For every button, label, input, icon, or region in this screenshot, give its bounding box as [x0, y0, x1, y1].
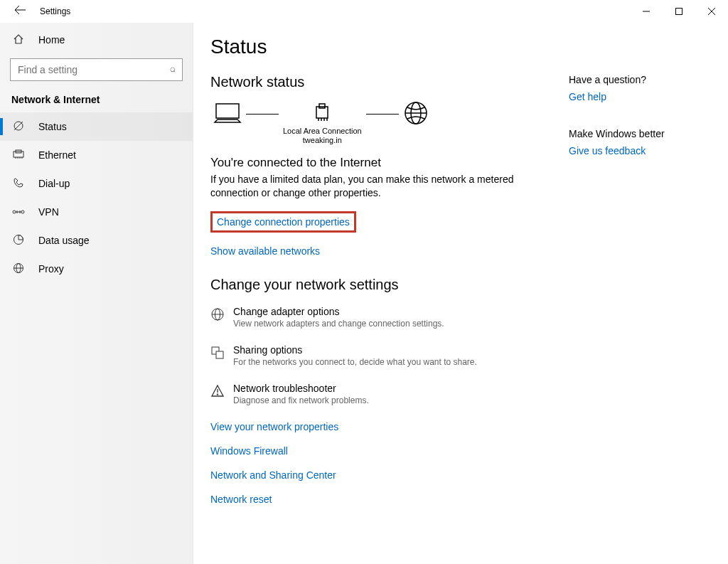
svg-point-37 — [217, 394, 218, 395]
setting-sharing-options[interactable]: Sharing options For the networks you con… — [210, 344, 552, 367]
pc-icon — [213, 101, 242, 125]
show-available-networks-link[interactable]: Show available networks — [210, 245, 552, 257]
setting-title: Change adapter options — [233, 306, 444, 317]
connected-description: If you have a limited data plan, you can… — [210, 173, 552, 200]
nav-proxy[interactable]: Proxy — [0, 255, 193, 283]
adapter-options-icon — [210, 306, 226, 329]
adapter-icon — [283, 101, 362, 125]
window-title: Settings — [34, 6, 70, 16]
svg-rect-6 — [14, 151, 23, 157]
nav-dialup[interactable]: Dial-up — [0, 169, 193, 198]
view-properties-link[interactable]: View your network properties — [210, 421, 552, 432]
setting-adapter-options[interactable]: Change adapter options View network adap… — [210, 306, 552, 329]
nav-ethernet[interactable]: Ethernet — [0, 141, 193, 169]
setting-sub: View network adapters and change connect… — [233, 319, 444, 329]
dialup-icon — [11, 177, 26, 191]
search-icon: ⌕ — [170, 63, 176, 74]
setting-sub: For the networks you connect to, decide … — [233, 357, 477, 367]
nav-label: Proxy — [38, 263, 64, 275]
vpn-icon — [11, 206, 26, 218]
change-settings-heading: Change your network settings — [210, 277, 552, 293]
sharing-icon — [210, 344, 226, 367]
home-label: Home — [38, 34, 65, 46]
change-connection-properties-link[interactable]: Change connection properties — [217, 216, 350, 228]
nav-label: Data usage — [38, 235, 90, 246]
minimize-button[interactable] — [630, 0, 663, 23]
get-help-link[interactable]: Get help — [569, 91, 711, 102]
network-reset-link[interactable]: Network reset — [210, 494, 552, 505]
network-diagram: Local Area Connection tweaking.in — [210, 100, 552, 146]
home-icon — [11, 33, 26, 47]
search-input[interactable] — [10, 58, 183, 81]
maximize-button[interactable] — [663, 0, 695, 23]
setting-troubleshooter[interactable]: Network troubleshooter Diagnose and fix … — [210, 383, 552, 405]
nav-vpn[interactable]: VPN — [0, 198, 193, 226]
svg-rect-35 — [216, 351, 223, 358]
feedback-heading: Make Windows better — [569, 128, 711, 139]
sharing-center-link[interactable]: Network and Sharing Center — [210, 469, 552, 481]
connection-domain: tweaking.in — [283, 136, 362, 145]
svg-point-12 — [13, 211, 16, 213]
nav-category: Network & Internet — [0, 88, 193, 112]
give-feedback-link[interactable]: Give us feedback — [569, 145, 711, 156]
nav-label: Ethernet — [38, 149, 76, 161]
svg-rect-23 — [319, 104, 325, 108]
nav-status[interactable]: Status — [0, 112, 193, 141]
back-button[interactable] — [6, 5, 34, 18]
svg-point-13 — [21, 211, 24, 213]
ethernet-icon — [11, 149, 26, 161]
network-status-heading: Network status — [210, 74, 552, 90]
nav-datausage[interactable]: Data usage — [0, 226, 193, 255]
home-nav[interactable]: Home — [0, 26, 193, 54]
globe-icon — [403, 100, 429, 126]
troubleshooter-icon — [210, 383, 226, 405]
nav-label: VPN — [38, 206, 59, 218]
setting-sub: Diagnose and fix network problems. — [233, 395, 369, 405]
datausage-icon — [11, 234, 26, 248]
connection-name: Local Area Connection — [283, 127, 362, 136]
svg-rect-21 — [216, 104, 239, 118]
nav-label: Dial-up — [38, 178, 70, 189]
setting-title: Network troubleshooter — [233, 383, 369, 394]
close-button[interactable] — [695, 0, 728, 23]
question-heading: Have a question? — [569, 74, 711, 85]
svg-rect-1 — [676, 9, 682, 15]
page-title: Status — [210, 36, 711, 58]
status-icon — [11, 120, 26, 134]
windows-firewall-link[interactable]: Windows Firewall — [210, 445, 552, 457]
proxy-icon — [11, 262, 26, 276]
setting-title: Sharing options — [233, 344, 477, 356]
connected-heading: You're connected to the Internet — [210, 156, 552, 170]
highlighted-box: Change connection properties — [210, 211, 356, 233]
nav-label: Status — [38, 121, 67, 132]
sidebar: Home ⌕ Network & Internet Status Etherne… — [0, 23, 193, 564]
